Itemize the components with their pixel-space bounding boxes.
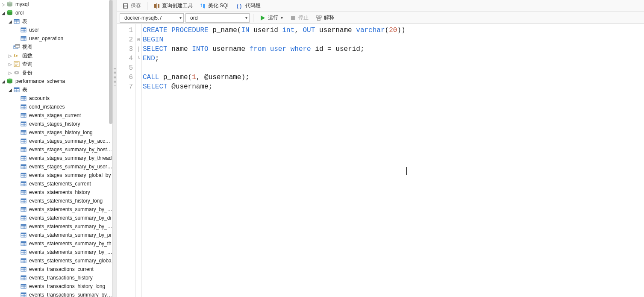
tree-item[interactable]: events_statements_summary_by_pr bbox=[0, 231, 112, 239]
code-line[interactable]: BEGIN bbox=[143, 35, 406, 44]
svg-rect-5 bbox=[14, 19, 19, 21]
tree-item[interactable]: events_statements_summary_by_di bbox=[0, 214, 112, 222]
explain-button[interactable]: 解释 bbox=[313, 13, 337, 23]
toggle-placeholder bbox=[15, 276, 19, 280]
svg-rect-83 bbox=[21, 182, 26, 183]
expand-icon[interactable]: ▷ bbox=[8, 62, 12, 67]
toggle-placeholder bbox=[15, 224, 19, 229]
code-line[interactable]: END; bbox=[143, 54, 406, 63]
svg-rect-165 bbox=[291, 16, 295, 20]
tree-item-label: events_stages_summary_by_thread bbox=[29, 155, 112, 161]
database-dropdown[interactable]: orcl ▾ bbox=[185, 13, 250, 23]
tree-item[interactable]: events_stages_summary_by_thread bbox=[0, 154, 112, 162]
expand-icon[interactable]: ▷ bbox=[1, 2, 6, 7]
toggle-placeholder bbox=[15, 259, 19, 263]
tree-item[interactable]: events_stages_history bbox=[0, 120, 112, 128]
tree-item[interactable]: ◢orcl bbox=[0, 9, 112, 17]
expand-icon[interactable]: ▷ bbox=[8, 71, 12, 75]
tree-item-label: events_statements_summary_by_pr bbox=[29, 232, 112, 238]
tree-item-label: mysql bbox=[15, 1, 112, 7]
svg-marker-164 bbox=[261, 15, 265, 21]
tree-item[interactable]: events_statements_history bbox=[0, 188, 112, 197]
query-builder-button[interactable]: 查询创建工具 bbox=[151, 1, 195, 11]
svg-point-158 bbox=[201, 3, 202, 5]
tree-item[interactable]: events_stages_history_long bbox=[0, 128, 112, 137]
code-area[interactable]: CREATE PROCEDURE p_name(IN userid int, O… bbox=[142, 24, 406, 297]
tree-item[interactable]: accounts bbox=[0, 94, 112, 103]
tree-item[interactable]: events_stages_summary_by_host_by bbox=[0, 145, 112, 154]
tree-item[interactable]: events_stages_summary_by_user_b bbox=[0, 162, 112, 171]
toolbar-secondary: docker-mysql5.7 ▾ orcl ▾ 运行 ▾ 停 bbox=[117, 12, 644, 24]
save-button[interactable]: 保存 bbox=[120, 1, 144, 11]
tree-item[interactable]: events_stages_summary_by_account bbox=[0, 137, 112, 145]
svg-text:( ): ( ) bbox=[237, 3, 241, 9]
collapse-icon[interactable]: ◢ bbox=[8, 19, 12, 24]
tree-item[interactable]: events_transactions_history bbox=[0, 273, 112, 282]
code-line[interactable]: CREATE PROCEDURE p_name(IN userid int, O… bbox=[143, 26, 406, 35]
code-line[interactable] bbox=[143, 63, 406, 73]
collapse-icon[interactable]: ◢ bbox=[8, 88, 12, 92]
code-line[interactable]: SELECT @username; bbox=[143, 82, 406, 91]
sql-editor[interactable]: 1234567 ⊟│└ CREATE PROCEDURE p_name(IN u… bbox=[117, 24, 644, 297]
sidebar-scrollbar[interactable] bbox=[109, 0, 112, 124]
svg-rect-128 bbox=[21, 259, 26, 260]
tree-item[interactable]: ◢表 bbox=[0, 85, 112, 94]
connection-dropdown[interactable]: docker-mysql5.7 ▾ bbox=[120, 13, 184, 23]
run-label: 运行 bbox=[268, 14, 278, 21]
tree-item[interactable]: ▷mysql bbox=[0, 0, 112, 9]
tree-item[interactable]: ▷查询 bbox=[0, 60, 112, 68]
code-line[interactable]: CALL p_name(1, @username); bbox=[143, 73, 406, 82]
table-icon bbox=[20, 215, 27, 221]
beautify-label: 美化 SQL bbox=[208, 2, 230, 9]
splitter[interactable] bbox=[113, 0, 117, 297]
tree-item[interactable]: cond_instances bbox=[0, 103, 112, 111]
tree-item[interactable]: events_statements_summary_by_us bbox=[0, 248, 112, 256]
expand-icon[interactable]: ▷ bbox=[8, 53, 12, 58]
tree-item[interactable]: ◢表 bbox=[0, 17, 112, 26]
tree-item[interactable]: events_statements_summary_globa bbox=[0, 256, 112, 265]
tree-item-label: events_stages_summary_by_user_b bbox=[29, 164, 112, 170]
tree-item[interactable]: ▷fx函数 bbox=[0, 51, 112, 60]
table-icon bbox=[20, 172, 27, 179]
svg-rect-38 bbox=[21, 105, 26, 106]
collapse-icon[interactable]: ◢ bbox=[1, 79, 6, 84]
tree-item-label: 视图 bbox=[22, 44, 112, 51]
run-button[interactable]: 运行 ▾ bbox=[257, 13, 285, 23]
tree-item[interactable]: user bbox=[0, 26, 112, 34]
tree-item[interactable]: events_stages_summary_global_by bbox=[0, 171, 112, 179]
fold-gutter[interactable]: ⊟│└ bbox=[136, 24, 142, 297]
tree-item-label: events_statements_current bbox=[29, 181, 112, 187]
tree-item-label: events_transactions_history bbox=[29, 275, 112, 281]
table-icon bbox=[20, 274, 27, 281]
toggle-placeholder bbox=[15, 156, 19, 161]
tree-item[interactable]: events_transactions_summary_by_a bbox=[0, 291, 112, 297]
svg-rect-118 bbox=[21, 241, 26, 243]
tree-item-label: events_stages_summary_by_account bbox=[29, 138, 112, 144]
fold-guide: │ bbox=[136, 44, 141, 54]
tree-item[interactable]: user_operation bbox=[0, 34, 112, 43]
tree-item[interactable]: events_statements_history_long bbox=[0, 197, 112, 205]
svg-rect-48 bbox=[21, 122, 26, 123]
tree-item[interactable]: events_statements_summary_by_ac bbox=[0, 205, 112, 214]
tree-item[interactable]: events_statements_current bbox=[0, 179, 112, 188]
table-icon bbox=[20, 257, 27, 264]
tree-item[interactable]: events_transactions_history_long bbox=[0, 282, 112, 291]
tree-item-label: events_transactions_summary_by_a bbox=[29, 292, 112, 297]
beautify-sql-button[interactable]: 美化 SQL bbox=[197, 1, 232, 11]
tree-item[interactable]: ▷备份 bbox=[0, 68, 112, 77]
tree-item[interactable]: ◢performance_schema bbox=[0, 77, 112, 85]
object-tree[interactable]: ▷mysql◢orcl◢表useruser_operation视图▷fx函数▷查… bbox=[0, 0, 112, 297]
tree-item[interactable]: events_stages_current bbox=[0, 111, 112, 120]
tree-item[interactable]: events_statements_summary_by_ho bbox=[0, 222, 112, 231]
code-snippet-button[interactable]: ( ) 代码段 bbox=[234, 1, 263, 11]
tree-item[interactable]: events_statements_summary_by_th bbox=[0, 239, 112, 248]
fold-toggle-icon[interactable]: ⊟ bbox=[136, 35, 141, 44]
table-icon bbox=[20, 266, 27, 273]
collapse-icon[interactable]: ◢ bbox=[1, 11, 6, 15]
svg-rect-113 bbox=[21, 233, 26, 234]
table-icon bbox=[20, 95, 27, 102]
svg-rect-143 bbox=[21, 284, 26, 285]
tree-item[interactable]: 视图 bbox=[0, 43, 112, 51]
code-line[interactable]: SELECT name INTO username from user wher… bbox=[143, 44, 406, 54]
tree-item[interactable]: events_transactions_current bbox=[0, 265, 112, 273]
